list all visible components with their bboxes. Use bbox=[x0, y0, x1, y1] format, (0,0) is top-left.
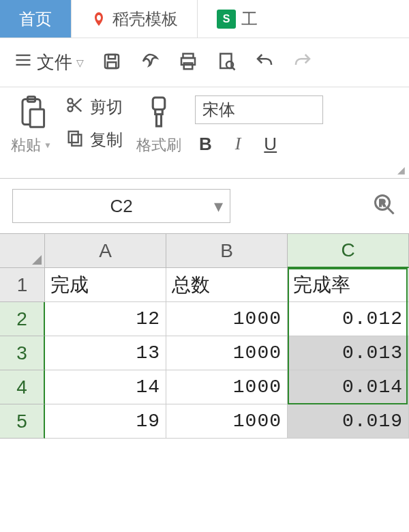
paste-group: 粘贴 ▼ bbox=[11, 94, 52, 178]
file-menu[interactable]: 文件 ▽ bbox=[14, 50, 84, 74]
ribbon: 粘贴 ▼ 剪切 复制 格式刷 宋体 B I bbox=[0, 87, 409, 179]
undo-icon[interactable] bbox=[254, 51, 275, 74]
cell-b1[interactable]: 总数 bbox=[166, 268, 288, 302]
clipboard-icon[interactable] bbox=[16, 94, 47, 132]
tab-home[interactable]: 首页 bbox=[0, 0, 72, 38]
cell-c5[interactable]: 0.019 bbox=[288, 404, 409, 439]
svg-rect-22 bbox=[156, 115, 161, 127]
brush-icon[interactable] bbox=[145, 94, 173, 132]
svg-rect-4 bbox=[108, 55, 115, 59]
spreadsheet-grid[interactable]: A B C 1 完成 总数 完成率 2 12 1000 0.012 3 13 1… bbox=[0, 233, 409, 439]
format-painter-group: 格式刷 bbox=[136, 94, 181, 178]
cut-button[interactable]: 剪切 bbox=[65, 95, 123, 119]
cell-a3[interactable]: 13 bbox=[45, 336, 166, 370]
select-all-corner[interactable] bbox=[0, 234, 45, 268]
tab-home-label: 首页 bbox=[19, 8, 52, 30]
svg-rect-14 bbox=[30, 109, 44, 127]
bold-button[interactable]: B bbox=[199, 134, 212, 155]
save-icon[interactable] bbox=[102, 51, 122, 74]
format-painter-label: 格式刷 bbox=[136, 135, 181, 156]
redo-icon[interactable] bbox=[292, 51, 313, 74]
chevron-down-icon: ▾ bbox=[214, 196, 223, 217]
svg-line-11 bbox=[232, 67, 235, 70]
row-header[interactable]: 2 bbox=[0, 302, 45, 336]
svg-rect-19 bbox=[69, 132, 78, 143]
table-row: 4 14 1000 0.014 bbox=[0, 370, 409, 404]
cell-b5[interactable]: 1000 bbox=[166, 404, 288, 439]
cell-b3[interactable]: 1000 bbox=[166, 336, 288, 370]
row-header[interactable]: 5 bbox=[0, 404, 45, 439]
italic-button[interactable]: I bbox=[235, 134, 241, 155]
svg-line-24 bbox=[388, 208, 394, 214]
font-name-select[interactable]: 宋体 bbox=[195, 95, 323, 124]
hamburger-icon bbox=[14, 50, 33, 74]
print-preview-icon[interactable] bbox=[216, 51, 237, 74]
paste-button[interactable]: 粘贴 ▼ bbox=[11, 135, 52, 156]
svg-rect-21 bbox=[153, 98, 165, 110]
chevron-down-icon: ▽ bbox=[76, 57, 84, 68]
tab-docer[interactable]: 稻壳模板 bbox=[72, 0, 198, 38]
name-box-value: C2 bbox=[110, 196, 132, 217]
spreadsheet-icon: S bbox=[217, 10, 236, 29]
dialog-launcher-icon[interactable]: ◢ bbox=[397, 164, 405, 175]
copy-label: 复制 bbox=[90, 129, 123, 151]
svg-rect-20 bbox=[72, 134, 81, 145]
cell-c3[interactable]: 0.013 bbox=[288, 336, 409, 370]
row-header[interactable]: 4 bbox=[0, 370, 45, 404]
cell-c4[interactable]: 0.014 bbox=[288, 370, 409, 404]
print-icon[interactable] bbox=[178, 51, 198, 74]
search-icon[interactable]: R bbox=[372, 192, 397, 220]
chevron-down-icon: ▼ bbox=[44, 141, 52, 150]
name-box[interactable]: C2 ▾ bbox=[12, 189, 230, 223]
paste-label: 粘贴 bbox=[11, 135, 41, 156]
file-menu-label: 文件 bbox=[37, 50, 72, 74]
table-row: 3 13 1000 0.013 bbox=[0, 336, 409, 370]
copy-icon bbox=[65, 128, 85, 151]
cell-c2[interactable]: 0.012 bbox=[288, 302, 409, 336]
tab-sheet[interactable]: S 工 bbox=[198, 0, 277, 38]
cell-b2[interactable]: 1000 bbox=[166, 302, 288, 336]
cell-a1[interactable]: 完成 bbox=[45, 268, 166, 302]
cut-label: 剪切 bbox=[90, 96, 123, 118]
format-painter-button[interactable]: 格式刷 bbox=[136, 135, 181, 156]
docer-icon bbox=[91, 11, 107, 27]
column-headers: A B C bbox=[0, 234, 409, 268]
table-row: 5 19 1000 0.019 bbox=[0, 404, 409, 439]
font-name-value: 宋体 bbox=[202, 99, 235, 121]
tab-docer-label: 稻壳模板 bbox=[112, 8, 178, 30]
row-header[interactable]: 3 bbox=[0, 336, 45, 370]
clipboard-actions: 剪切 复制 bbox=[65, 94, 123, 178]
svg-text:R: R bbox=[380, 198, 386, 208]
svg-rect-5 bbox=[108, 62, 117, 68]
cell-a5[interactable]: 19 bbox=[45, 404, 166, 439]
col-header-c[interactable]: C bbox=[288, 234, 409, 268]
scissors-icon bbox=[65, 95, 85, 119]
quick-access-toolbar: 文件 ▽ bbox=[0, 38, 409, 87]
cell-b4[interactable]: 1000 bbox=[166, 370, 288, 404]
cell-a4[interactable]: 14 bbox=[45, 370, 166, 404]
font-group: 宋体 B I U bbox=[195, 94, 323, 178]
document-tabs: 首页 稻壳模板 S 工 bbox=[0, 0, 409, 38]
tab-sheet-label: 工 bbox=[241, 8, 258, 30]
share-icon[interactable] bbox=[140, 51, 160, 74]
col-header-a[interactable]: A bbox=[45, 234, 166, 268]
underline-button[interactable]: U bbox=[264, 134, 277, 155]
cell-c1[interactable]: 完成率 bbox=[288, 268, 409, 302]
col-header-b[interactable]: B bbox=[166, 234, 288, 268]
table-row: 1 完成 总数 完成率 bbox=[0, 268, 409, 302]
cell-a2[interactable]: 12 bbox=[45, 302, 166, 336]
formula-bar-row: C2 ▾ R bbox=[0, 179, 409, 233]
copy-button[interactable]: 复制 bbox=[65, 128, 123, 151]
row-header[interactable]: 1 bbox=[0, 268, 45, 302]
table-row: 2 12 1000 0.012 bbox=[0, 302, 409, 336]
